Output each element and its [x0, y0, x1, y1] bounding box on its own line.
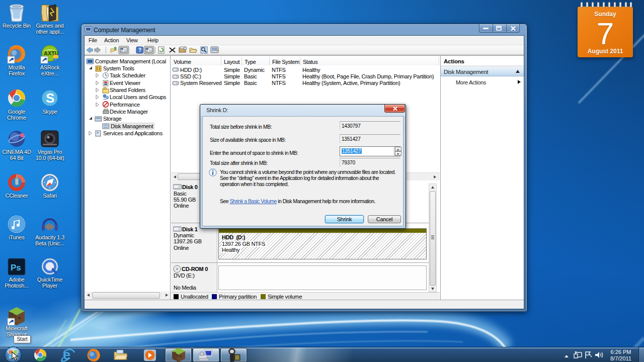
- svg-text:?: ?: [138, 47, 141, 53]
- svg-text:Ps: Ps: [11, 263, 21, 273]
- svg-text:S: S: [46, 90, 54, 106]
